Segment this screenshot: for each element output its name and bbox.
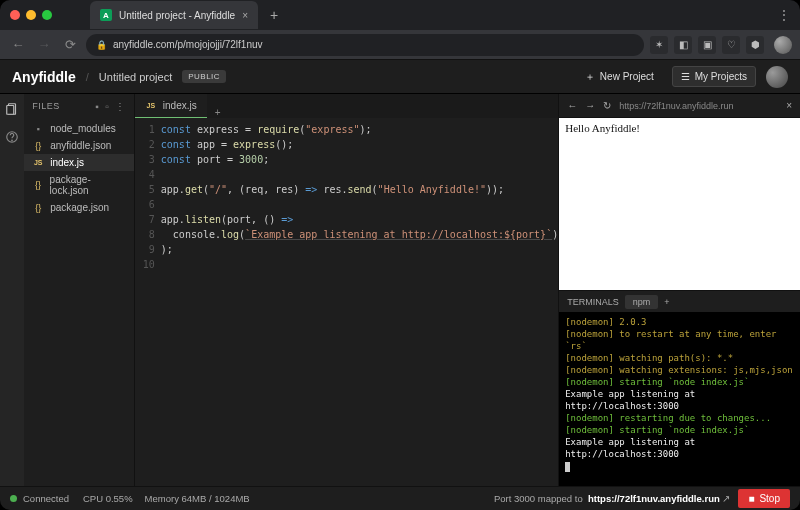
extension-icon[interactable]: ◧ — [674, 36, 692, 54]
preview-reload-button[interactable]: ↻ — [603, 100, 611, 111]
my-projects-button[interactable]: ☰ My Projects — [672, 66, 756, 87]
terminal-tab-bar: TERMINALS npm + — [559, 290, 800, 312]
terminal-line: [nodemon] starting `node index.js` — [565, 376, 794, 388]
terminal-line: [nodemon] starting `node index.js` — [565, 424, 794, 436]
folder-icon: ▪ — [32, 124, 44, 134]
file-node-package-lock-json[interactable]: {}package-lock.json — [24, 171, 134, 199]
preview-url[interactable]: https://72lf1nuv.anyfiddle.run — [619, 101, 778, 111]
file-explorer: FILES ▪ ▫ ⋮ ▪node_modules{}anyfiddle.jso… — [24, 94, 135, 486]
editor-tab-index-js[interactable]: JS index.js — [135, 94, 207, 118]
terminals-title: TERMINALS — [567, 297, 619, 307]
code-content[interactable]: const express = require("express"); cons… — [161, 122, 558, 486]
terminal-line: Example app listening at http://localhos… — [565, 436, 794, 460]
file-node-index-js[interactable]: JSindex.js — [24, 154, 134, 171]
file-node-package-json[interactable]: {}package.json — [24, 199, 134, 216]
browser-reload-button[interactable]: ⟳ — [60, 37, 80, 52]
main-workspace: FILES ▪ ▫ ⋮ ▪node_modules{}anyfiddle.jso… — [0, 94, 800, 486]
file-icon: JS — [32, 159, 44, 166]
extension-icon[interactable]: ✶ — [650, 36, 668, 54]
file-icon: {} — [32, 141, 44, 151]
new-project-button[interactable]: ＋ New Project — [577, 66, 662, 88]
terminal-line: [nodemon] 2.0.3 — [565, 316, 794, 328]
port-url[interactable]: https://72lf1nuv.anyfiddle.run — [588, 493, 720, 504]
plus-icon: ＋ — [585, 70, 595, 84]
close-tab-icon[interactable]: × — [242, 10, 248, 21]
browser-tab[interactable]: A Untitled project - Anyfiddle × — [90, 1, 258, 29]
help-activity-icon[interactable] — [5, 130, 19, 144]
file-label: index.js — [50, 157, 84, 168]
chrome-menu-icon[interactable]: ⋮ — [778, 8, 790, 22]
line-gutter: 12345678910 — [135, 122, 161, 486]
file-node-anyfiddle-json[interactable]: {}anyfiddle.json — [24, 137, 134, 154]
extension-icon[interactable]: ♡ — [722, 36, 740, 54]
terminal-line: [nodemon] watching path(s): *.* — [565, 352, 794, 364]
new-editor-tab-button[interactable]: + — [207, 107, 229, 118]
cpu-label: CPU — [83, 493, 103, 504]
preview-content: Hello Anyfiddle! — [565, 122, 640, 134]
file-node-node_modules[interactable]: ▪node_modules — [24, 120, 134, 137]
user-avatar[interactable] — [766, 66, 788, 88]
close-window-icon[interactable] — [10, 10, 20, 20]
new-file-icon[interactable]: ▪ — [95, 101, 99, 112]
editor-tabs: JS index.js + — [135, 94, 558, 118]
terminal-output[interactable]: [nodemon] 2.0.3[nodemon] to restart at a… — [559, 312, 800, 486]
right-panel: ← → ↻ https://72lf1nuv.anyfiddle.run × H… — [558, 94, 800, 486]
port-mapping-text: Port 3000 mapped to https://72lf1nuv.any… — [494, 493, 730, 504]
editor-group: JS index.js + 12345678910 const express … — [135, 94, 558, 486]
stop-button[interactable]: ■ Stop — [738, 489, 790, 508]
browser-url: anyfiddle.com/p/mojojojji/72lf1nuv — [113, 39, 263, 50]
cpu-value: 0.55% — [106, 493, 133, 504]
list-icon: ☰ — [681, 71, 690, 82]
window-controls — [10, 10, 52, 20]
file-icon: {} — [32, 203, 44, 213]
close-preview-icon[interactable]: × — [786, 100, 792, 111]
preview-pane: Hello Anyfiddle! — [559, 118, 800, 290]
breadcrumb-separator: / — [86, 71, 89, 83]
code-editor[interactable]: 12345678910 const express = require("exp… — [135, 118, 558, 486]
minimize-window-icon[interactable] — [26, 10, 36, 20]
memory-label: Memory — [145, 493, 179, 504]
browser-toolbar: ← → ⟳ 🔒 anyfiddle.com/p/mojojojji/72lf1n… — [0, 30, 800, 60]
terminal-line: Example app listening at http://localhos… — [565, 388, 794, 412]
browser-forward-button[interactable]: → — [34, 37, 54, 52]
preview-forward-button[interactable]: → — [585, 100, 595, 111]
new-tab-button[interactable]: + — [264, 7, 284, 23]
browser-tab-strip: A Untitled project - Anyfiddle × + ⋮ — [0, 0, 800, 30]
app-header: Anyfiddle / Untitled project PUBLIC ＋ Ne… — [0, 60, 800, 94]
anyfiddle-favicon-icon: A — [100, 9, 112, 21]
svg-point-3 — [12, 140, 13, 141]
file-icon: {} — [32, 180, 43, 190]
connection-status-label: Connected — [23, 493, 69, 504]
activity-bar — [0, 94, 24, 486]
lock-icon: 🔒 — [96, 40, 107, 50]
open-external-icon[interactable]: ↗ — [722, 493, 730, 504]
project-name[interactable]: Untitled project — [99, 71, 172, 83]
terminal-tab-npm[interactable]: npm — [625, 295, 659, 309]
extension-icon[interactable]: ⬢ — [746, 36, 764, 54]
status-bar: Connected CPU 0.55% Memory 64MB / 1024MB… — [0, 486, 800, 510]
new-folder-icon[interactable]: ▫ — [105, 101, 109, 112]
file-label: anyfiddle.json — [50, 140, 111, 151]
chrome-profile-avatar[interactable] — [774, 36, 792, 54]
file-tree: ▪node_modules{}anyfiddle.jsonJSindex.js{… — [24, 118, 134, 218]
zoom-window-icon[interactable] — [42, 10, 52, 20]
file-label: package.json — [50, 202, 109, 213]
connection-status-icon — [10, 495, 17, 502]
terminal-line: [nodemon] to restart at any time, enter … — [565, 328, 794, 352]
browser-tab-title: Untitled project - Anyfiddle — [119, 10, 235, 21]
extension-icon[interactable]: ▣ — [698, 36, 716, 54]
browser-address-bar[interactable]: 🔒 anyfiddle.com/p/mojojojji/72lf1nuv — [86, 34, 644, 56]
memory-value: 64MB / 1024MB — [182, 493, 250, 504]
brand-logo[interactable]: Anyfiddle — [12, 69, 76, 85]
browser-back-button[interactable]: ← — [8, 37, 28, 52]
file-explorer-title: FILES — [32, 101, 60, 111]
file-label: package-lock.json — [50, 174, 126, 196]
terminal-cursor — [565, 462, 570, 472]
file-label: node_modules — [50, 123, 116, 134]
new-terminal-button[interactable]: + — [664, 297, 669, 307]
stop-icon: ■ — [748, 493, 754, 504]
js-file-icon: JS — [145, 102, 157, 109]
files-activity-icon[interactable] — [5, 102, 19, 116]
explorer-more-icon[interactable]: ⋮ — [115, 101, 126, 112]
preview-back-button[interactable]: ← — [567, 100, 577, 111]
